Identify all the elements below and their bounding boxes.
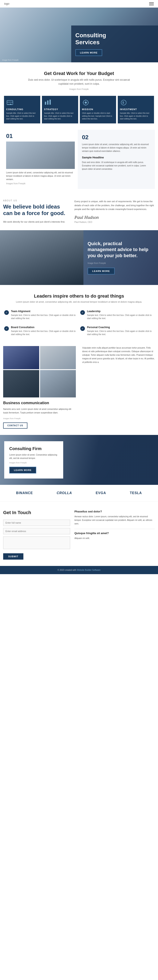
about-section: ABOUT US We believe bold ideas can be a … — [0, 195, 158, 230]
leader-item-leadership: Leadership Sample text. Click to select … — [80, 308, 154, 321]
partner-crolla: CROLLA — [57, 491, 72, 495]
partner-binance: BINANCE — [16, 491, 33, 495]
footer: © 2023 created with Website Builder Soft… — [0, 566, 158, 574]
email-input[interactable] — [3, 528, 70, 535]
partners-section: BINANCE CROLLA EVGA TESLA — [0, 485, 158, 501]
leader-check-leadership — [80, 310, 85, 315]
strategy-icon — [44, 99, 52, 107]
great-work-img-credit: Images from Freepik — [0, 88, 158, 91]
hero-learn-more-button[interactable]: LEARN MORE — [75, 49, 102, 56]
contact-right: Phasellus sed dolor? Aenean ractus dolor… — [74, 510, 155, 560]
nav-logo: logo — [4, 2, 10, 5]
leader-item-board-consultation: Board Consultation Sample text. Click to… — [4, 324, 78, 337]
contact-heading: Get In Touch — [3, 510, 70, 515]
contact-form: SUBMIT — [3, 520, 70, 560]
biz-right-body: Vulputate enim nulla aliquet porttitor l… — [82, 346, 155, 364]
email-field-wrapper — [3, 528, 70, 535]
two-col-section: 01 Lorem ipsum dolor sit amet, consectet… — [0, 130, 158, 195]
col2-detail: Duis sed eros dolor. Ut scelerisque in a… — [82, 161, 151, 171]
firm-body: Lorem ipsum dolor sit amet. Consectetur … — [9, 453, 58, 460]
biz-contact-button[interactable]: CONTACT US — [3, 423, 27, 429]
card-strategy-title: STRATEGY — [44, 108, 76, 111]
biz-comm-section: Business communication Nametro arcu sed.… — [0, 342, 158, 435]
leader-item-personal-coaching: Personal Coaching Sample text. Click to … — [80, 324, 154, 337]
card-strategy[interactable]: STRATEGY Sample title. Click to select t… — [42, 96, 78, 123]
hero-section: Consulting Services LEARN MORE Image fro… — [0, 8, 158, 62]
col1-body: Lorem ipsum dolor sit amet, consectetur … — [6, 171, 75, 181]
biz-img-3 — [3, 370, 39, 398]
contact-section: Get In Touch SUBMIT Phasellus sed dolor?… — [0, 501, 158, 566]
svg-rect-3 — [10, 104, 11, 105]
consulting-firm-section: Consulting Firm Lorem ipsum dolor sit am… — [0, 435, 158, 485]
management-img-credit: Image from Freepik — [88, 262, 152, 264]
partner-evga: EVGA — [96, 491, 106, 495]
leader-check-board-consultation — [4, 326, 9, 331]
name-input[interactable] — [3, 520, 70, 526]
name-field-wrapper — [3, 520, 70, 526]
footer-text: © 2023 created with — [57, 569, 76, 571]
leaders-grid: Team Alignment Sample text. Click to sel… — [3, 308, 155, 337]
svg-point-2 — [8, 104, 9, 105]
navbar: logo — [0, 0, 158, 8]
about-title: We believe bold ideas can be a force for… — [3, 204, 70, 216]
cards-row: CONSULTING Sample title. Click to select… — [0, 92, 158, 130]
biz-img-1 — [3, 346, 39, 369]
submit-button[interactable]: SUBMIT — [3, 553, 23, 560]
svg-rect-5 — [47, 100, 48, 105]
card-strategy-body: Sample title. Click to select the text b… — [44, 112, 76, 121]
hero-img-credit: Image from Freepik — [2, 59, 19, 61]
leaders-sub: Lorem ipsum dolor sit amet, consectetur … — [3, 301, 155, 303]
biz-img-2 — [40, 346, 76, 369]
card-mission[interactable]: MISSION Click again or double click to s… — [80, 96, 116, 123]
about-right: Every project is unique, with its own se… — [74, 199, 155, 223]
management-section: Quick, practical management advice to he… — [0, 230, 158, 285]
card-investment[interactable]: $ INVESTMENT Sample title. Click to sele… — [118, 96, 154, 123]
leader-title-team-alignment: Team Alignment — [11, 310, 78, 313]
col2-headline: Sample Headline — [82, 156, 151, 159]
firm-learn-more-button[interactable]: LEARN MORE — [9, 467, 36, 474]
col1-number: 01 — [6, 133, 75, 139]
about-left: ABOUT US We believe bold ideas can be a … — [3, 199, 74, 224]
card-investment-body: Sample title. Click to select the text b… — [120, 112, 152, 121]
about-body: We work directly for our clients and put… — [3, 220, 70, 224]
leader-title-board-consultation: Board Consultation — [11, 326, 78, 329]
leader-content-leadership: Leadership Sample text. Click to select … — [87, 310, 154, 320]
card-consulting[interactable]: CONSULTING Sample title. Click to select… — [4, 96, 40, 123]
leader-title-leadership: Leadership — [87, 310, 154, 313]
signature: Paul Hudson — [74, 215, 155, 220]
management-learn-more-button[interactable]: LEARN MORE — [88, 268, 115, 274]
col1: 01 Lorem ipsum dolor sit amet, consectet… — [3, 130, 78, 189]
management-person-photo — [0, 230, 83, 285]
contact-divider — [74, 529, 155, 529]
footer-link[interactable]: Website Builder Software — [77, 569, 101, 571]
great-work-body: Duis sed eros dolor. Ut scelerisque in a… — [26, 78, 132, 86]
mission-icon — [82, 99, 89, 107]
contact-a2: Aliquam mi velit. — [74, 536, 155, 540]
investment-icon: $ — [120, 99, 128, 107]
biz-body: Nametro arcu sed. Lorem ipsum dolor sit … — [3, 407, 76, 415]
biz-img-credit: Images from Freepik — [3, 417, 76, 420]
message-field-wrapper — [3, 536, 70, 550]
col2-number: 02 — [82, 134, 151, 141]
message-textarea[interactable] — [3, 536, 70, 549]
leader-check-personal-coaching — [80, 326, 85, 331]
col2: 02 Lorem ipsum dolor sit amet, consectet… — [78, 130, 155, 189]
about-right-body: Every project is unique, with its own se… — [74, 199, 155, 211]
hamburger-button[interactable] — [149, 2, 154, 5]
svg-text:$: $ — [122, 101, 124, 104]
leader-content-personal-coaching: Personal Coaching Sample text. Click to … — [87, 326, 154, 336]
svg-rect-6 — [49, 100, 51, 105]
sig-role: Paul Hudson, CEO — [74, 221, 155, 223]
biz-img-4 — [40, 370, 76, 398]
leader-item-team-alignment: Team Alignment Sample text. Click to sel… — [4, 308, 78, 321]
contact-q1: Phasellus sed dolor? — [74, 510, 155, 513]
contact-left: Get In Touch SUBMIT — [3, 510, 74, 560]
col1-img-credit: Images from Freepik — [6, 182, 75, 185]
leader-body-board-consultation: Sample text. Click to select the text bo… — [11, 329, 78, 336]
biz-title: Business communication — [3, 401, 76, 405]
hero-content: Consulting Services LEARN MORE — [71, 25, 158, 62]
leader-content-board-consultation: Board Consultation Sample text. Click to… — [11, 326, 78, 336]
leader-title-personal-coaching: Personal Coaching — [87, 326, 154, 329]
contact-q2: Quisque fringilla sit amet? — [74, 531, 155, 535]
card-consulting-title: CONSULTING — [6, 108, 38, 111]
